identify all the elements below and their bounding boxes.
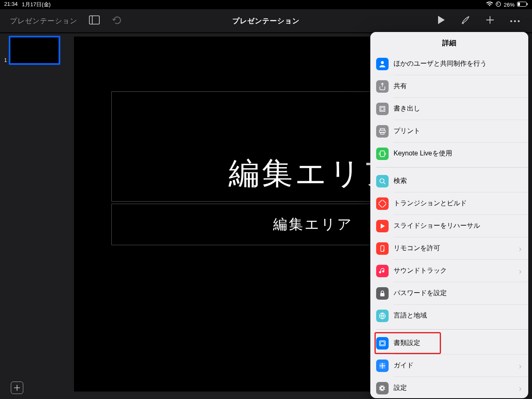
menu-item-settings[interactable]: 設定› [370,377,528,398]
docsetup-icon [376,337,389,350]
search-icon [376,175,389,187]
slide-number: 1 [4,57,7,65]
menu-item-label: プリント [394,127,420,135]
menu-item-label: ガイド [394,361,414,370]
popover-title: 詳細 [370,32,528,53]
transition-icon [376,197,389,210]
svg-rect-3 [527,3,528,5]
svg-rect-2 [518,2,520,6]
menu-item-docsetup[interactable]: 書類設定 [370,332,528,354]
menu-item-label: トランジションとビルド [394,199,467,208]
menu-item-label: 書類設定 [394,339,420,347]
menu-separator [376,329,528,330]
menu-item-transition[interactable]: トランジションとビルド [370,192,528,214]
chevron-right-icon: › [519,244,522,253]
menu-separator [376,167,528,167]
svg-rect-14 [380,151,384,157]
menu-item-person[interactable]: ほかのユーザと共同制作を行う [370,53,528,75]
menu-item-share[interactable]: 共有 [370,75,528,97]
menu-item-label: 共有 [394,82,407,91]
rehearse-icon [376,220,389,232]
person-icon [376,58,389,70]
slide-thumbnail-1[interactable]: 1 [4,36,64,65]
menu-item-music[interactable]: サウンドトラック› [370,260,528,282]
menu-item-label: 言語と地域 [394,311,427,320]
more-icon[interactable] [510,17,520,25]
menu-item-label: ほかのユーザと共同制作を行う [394,59,487,68]
brush-icon[interactable] [461,15,470,27]
back-button[interactable]: プレゼンテーション [10,16,77,26]
play-icon[interactable] [437,15,446,26]
orientation-lock-icon [495,1,501,8]
menu-item-label: 検索 [394,177,407,185]
menu-item-label: サウンドトラック [394,266,447,275]
chevron-right-icon: › [519,267,522,275]
menu-item-globe[interactable]: 言語と地域 [370,305,528,327]
battery-icon [517,2,528,8]
menu-item-remote[interactable]: リモコンを許可› [370,237,528,259]
menu-item-label: 設定 [394,384,407,392]
status-time: 21:34 [4,1,18,8]
svg-rect-9 [380,106,385,111]
layout-icon[interactable] [89,15,100,26]
slide-navigator: 1 [0,33,66,399]
svg-rect-4 [89,16,99,24]
popover-menu: ほかのユーザと共同制作を行う共有書き出しプリントKeynote Liveを使用検… [370,53,528,398]
menu-item-label: リモコンを許可 [394,244,440,253]
chevron-right-icon: › [519,362,522,370]
undo-icon[interactable] [111,15,122,26]
add-slide-button[interactable] [11,382,23,394]
globe-icon [376,310,389,322]
menu-item-label: スライドショーをリハーサル [394,222,480,230]
menu-item-guide[interactable]: ガイド› [370,355,528,377]
lock-icon [376,287,389,300]
menu-item-label: 書き出し [394,104,420,113]
toolbar: プレゼンテーション プレゼンテーション [0,9,532,33]
svg-rect-19 [380,293,384,296]
wifi-icon [486,2,493,8]
svg-point-15 [380,179,384,183]
menu-item-export[interactable]: 書き出し [370,98,528,120]
guide-icon [376,360,389,372]
svg-point-18 [383,249,384,251]
remote-icon [376,242,389,255]
status-bar: 21:34 1月17日(金) 26% [0,0,532,9]
share-icon [376,80,389,93]
status-date: 1月17日(金) [22,1,51,8]
add-icon[interactable] [485,15,495,26]
document-title: プレゼンテーション [232,16,300,26]
menu-item-rehearse[interactable]: スライドショーをリハーサル [370,215,528,237]
svg-point-8 [518,20,520,22]
chevron-right-icon: › [519,384,522,392]
menu-item-print[interactable]: プリント [370,120,528,142]
settings-icon [376,382,389,394]
live-icon [376,148,389,160]
print-icon [376,125,389,138]
slide-thumbnail-image [9,36,60,65]
export-icon [376,103,389,115]
menu-item-live[interactable]: Keynote Liveを使用 [370,143,528,165]
more-popover: 詳細 ほかのユーザと共同制作を行う共有書き出しプリントKeynote Liveを… [370,32,528,398]
music-icon [376,265,389,277]
menu-item-search[interactable]: 検索 [370,170,528,192]
battery-percent: 26% [504,2,515,8]
svg-point-6 [510,20,512,22]
svg-rect-22 [381,342,384,345]
svg-point-7 [514,20,516,22]
menu-item-label: Keynote Liveを使用 [394,149,452,158]
menu-item-lock[interactable]: パスワードを設定 [370,282,528,304]
svg-rect-10 [381,107,384,110]
svg-rect-16 [379,200,386,207]
menu-item-label: パスワードを設定 [394,289,447,298]
